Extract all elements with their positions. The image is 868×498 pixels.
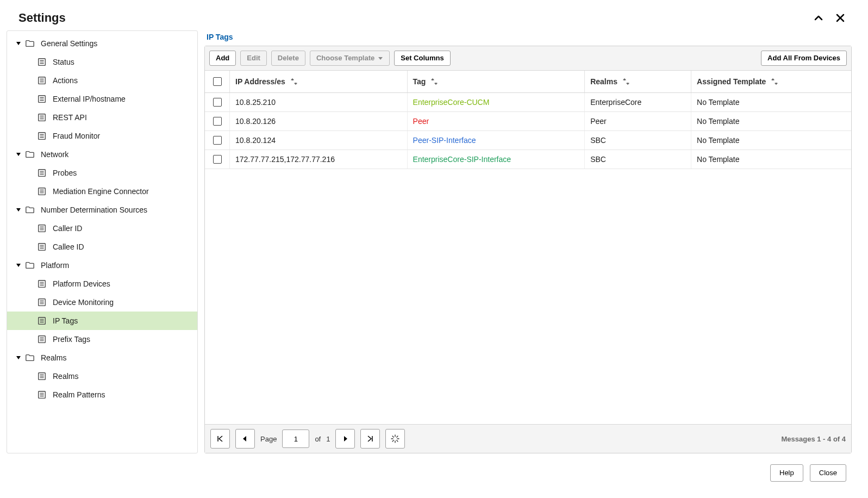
chevron-down-icon	[15, 263, 22, 268]
row-checkbox-cell	[205, 93, 230, 111]
cell-ip: 10.8.25.210	[230, 93, 408, 111]
folder-icon	[24, 38, 35, 49]
sort-icon	[431, 78, 438, 85]
sidebar-item[interactable]: External IP/hostname	[7, 90, 197, 108]
pager-last-button[interactable]	[360, 429, 380, 449]
svg-marker-23	[16, 153, 21, 156]
delete-button[interactable]: Delete	[271, 51, 305, 66]
pager-page-input[interactable]	[282, 429, 309, 448]
sidebar-item-label: REST API	[53, 113, 87, 122]
sidebar-group-label: Platform	[41, 261, 69, 270]
column-header-tag[interactable]: Tag	[408, 71, 585, 92]
sidebar-item-label: Platform Devices	[53, 279, 110, 288]
cell-tag: Peer-SIP-Interface	[408, 131, 585, 150]
sidebar-item-label: External IP/hostname	[53, 95, 126, 103]
document-icon	[36, 334, 47, 345]
column-header-ip[interactable]: IP Address/es	[230, 71, 408, 92]
sidebar-item[interactable]: Fraud Monitor	[7, 127, 197, 145]
sidebar-item[interactable]: Realms	[7, 367, 197, 385]
sidebar-group[interactable]: Number Determination Sources	[7, 201, 197, 219]
sidebar-item[interactable]: Probes	[7, 164, 197, 182]
sidebar-item-label: Caller ID	[53, 224, 82, 233]
table-row[interactable]: 10.8.20.124Peer-SIP-InterfaceSBCNo Templ…	[205, 131, 851, 150]
folder-icon	[24, 352, 35, 363]
header-buttons	[813, 12, 846, 24]
document-icon	[36, 167, 47, 178]
sidebar-item[interactable]: IP Tags	[7, 312, 197, 330]
svg-line-73	[397, 436, 398, 437]
pager-first-button[interactable]	[210, 429, 230, 449]
choose-template-button[interactable]: Choose Template	[310, 51, 390, 66]
sidebar-item-label: Device Monitoring	[53, 298, 114, 307]
pager-next-button[interactable]	[335, 429, 355, 449]
sidebar-group-label: Network	[41, 150, 68, 159]
row-checkbox[interactable]	[213, 117, 222, 126]
sort-icon	[771, 78, 778, 85]
sidebar-item[interactable]: Status	[7, 53, 197, 71]
sidebar-item-label: Probes	[53, 169, 77, 177]
edit-button[interactable]: Edit	[240, 51, 267, 66]
sidebar-group[interactable]: Realms	[7, 348, 197, 367]
sidebar-item[interactable]: Callee ID	[7, 238, 197, 256]
sidebar-item[interactable]: Caller ID	[7, 219, 197, 238]
table-row[interactable]: 172.77.77.215,172.77.77.216EnterpriseCor…	[205, 150, 851, 169]
document-icon	[36, 112, 47, 123]
collapse-icon[interactable]	[813, 12, 825, 24]
sidebar-item[interactable]: Prefix Tags	[7, 330, 197, 348]
cell-ip: 172.77.77.215,172.77.77.216	[230, 150, 408, 169]
row-checkbox[interactable]	[213, 136, 222, 145]
main-panel: IP Tags Add Edit Delete Choose Template …	[204, 30, 852, 453]
column-header-template-label: Assigned Template	[697, 77, 766, 86]
pager-refresh-button[interactable]	[385, 429, 405, 449]
set-columns-button[interactable]: Set Columns	[394, 51, 450, 66]
column-header-template[interactable]: Assigned Template	[691, 71, 851, 92]
help-button[interactable]: Help	[770, 464, 803, 482]
sidebar-item[interactable]: REST API	[7, 108, 197, 127]
column-header-ip-label: IP Address/es	[235, 77, 285, 86]
close-button[interactable]: Close	[810, 464, 846, 482]
cell-template: No Template	[691, 93, 851, 111]
document-icon	[36, 371, 47, 382]
sidebar-item[interactable]: Mediation Engine Connector	[7, 182, 197, 201]
close-icon[interactable]	[834, 12, 846, 24]
cell-tag: EnterpriseCore-CUCM	[408, 93, 585, 111]
sidebar: General SettingsStatusActionsExternal IP…	[7, 30, 198, 453]
sidebar-item-label: Actions	[53, 76, 78, 85]
sidebar-group[interactable]: Network	[7, 145, 197, 164]
sidebar-item-label: Prefix Tags	[53, 335, 90, 344]
sidebar-item-label: Callee ID	[53, 242, 84, 251]
column-header-realms[interactable]: Realms	[585, 71, 691, 92]
cell-template: No Template	[691, 112, 851, 130]
pager: Page of 1	[205, 424, 851, 453]
add-button[interactable]: Add	[209, 51, 236, 66]
pager-prev-button[interactable]	[235, 429, 255, 449]
sidebar-item-label: Status	[53, 58, 74, 66]
svg-marker-58	[16, 356, 21, 359]
sidebar-item[interactable]: Actions	[7, 71, 197, 90]
svg-marker-32	[16, 208, 21, 211]
panel-title: IP Tags	[204, 30, 852, 46]
choose-template-label: Choose Template	[316, 54, 374, 63]
sort-icon	[623, 78, 629, 85]
sidebar-group[interactable]: General Settings	[7, 34, 197, 53]
table-row[interactable]: 10.8.25.210EnterpriseCore-CUCMEnterprise…	[205, 93, 851, 112]
sidebar-item[interactable]: Device Monitoring	[7, 293, 197, 312]
add-all-from-devices-button[interactable]: Add All From Devices	[761, 51, 847, 66]
cell-ip: 10.8.20.126	[230, 112, 408, 130]
column-header-checkbox[interactable]	[205, 71, 230, 92]
sidebar-group[interactable]: Platform	[7, 256, 197, 275]
sidebar-item-label: IP Tags	[53, 316, 78, 325]
row-checkbox[interactable]	[213, 155, 222, 164]
row-checkbox[interactable]	[213, 98, 222, 107]
sidebar-item[interactable]: Realm Patterns	[7, 385, 197, 404]
document-icon	[36, 389, 47, 400]
table-row[interactable]: 10.8.20.126PeerPeerNo Template	[205, 112, 851, 131]
select-all-checkbox[interactable]	[213, 77, 222, 86]
document-icon	[36, 75, 47, 86]
dialog-header: Settings	[5, 11, 852, 30]
document-icon	[36, 241, 47, 252]
sort-icon	[291, 78, 297, 85]
sidebar-item[interactable]: Platform Devices	[7, 275, 197, 293]
document-icon	[36, 94, 47, 104]
folder-icon	[24, 204, 35, 215]
